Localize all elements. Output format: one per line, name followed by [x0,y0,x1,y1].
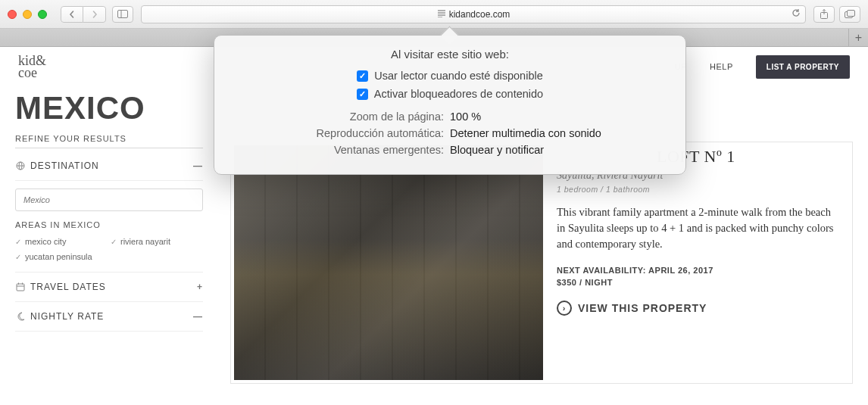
nav-help[interactable]: HELP [710,62,733,71]
autoplay-label: Reproducción automática: [231,127,450,139]
popups-value[interactable]: Bloquear y notificar [450,144,669,156]
new-tab-button[interactable]: + [848,29,868,47]
list-property-button[interactable]: LIST A PROPERTY [756,55,850,79]
filter-travel-dates-label: TRAVEL DATES [30,282,106,292]
svg-rect-13 [17,284,24,291]
area-item-mexico-city[interactable]: mexico city [15,237,108,246]
sidebar-toggle-button[interactable] [112,6,133,23]
area-item-riviera-nayarit[interactable]: riviera nayarit [111,237,203,246]
reader-icon [437,10,446,19]
destination-input[interactable]: Mexico [15,188,203,211]
collapse-icon: — [193,311,203,322]
browser-toolbar: kidandcoe.com [0,0,868,29]
moon-icon [15,311,26,322]
share-button[interactable] [813,6,835,23]
url-text: kidandcoe.com [449,9,510,20]
minimize-window-button[interactable] [23,10,32,19]
filter-nightly-rate-label: NIGHTLY RATE [30,311,104,322]
zoom-value[interactable]: 100 % [450,111,669,123]
property-description: This vibrant family apartment a 2-minute… [557,204,837,252]
property-photo[interactable] [234,145,543,380]
property-availability: NEXT AVAILABILITY: APRIL 26, 2017 [557,266,837,275]
property-info: THE SAYULITA LOFT Nº 1 LOFT Nº 1 Sayulit… [543,145,849,380]
collapse-icon: — [193,160,203,171]
nav-back-forward [61,6,106,23]
page-title: MEXICO [15,90,203,126]
filter-nightly-rate-header[interactable]: NIGHTLY RATE — [15,302,203,332]
filter-destination-header[interactable]: DESTINATION — [15,151,203,181]
blockers-checkbox-label: Activar bloqueadores de contenido [374,88,543,100]
reader-checkbox[interactable]: ✓ [357,70,368,82]
popups-row: Ventanas emergentes: Bloquear y notifica… [231,144,669,156]
site-settings-popover: Al visitar este sitio web: ✓ Usar lector… [214,35,686,175]
blockers-checkbox-row[interactable]: ✓ Activar bloqueadores de contenido [231,88,669,100]
filter-destination-label: DESTINATION [30,160,99,171]
area-item-yucatan[interactable]: yucatan peninsula [15,252,108,261]
site-logo[interactable]: kid& coe [18,55,46,79]
expand-icon: + [197,282,203,292]
filters-sidebar: MEXICO REFINE YOUR RESULTS DESTINATION —… [15,90,203,405]
popups-label: Ventanas emergentes: [231,144,450,156]
reader-checkbox-row[interactable]: ✓ Usar lector cuando esté disponible [231,70,669,82]
globe-icon [15,160,26,171]
property-card: THE SAYULITA LOFT Nº 1 LOFT Nº 1 Sayulit… [230,142,853,384]
reader-checkbox-label: Usar lector cuando esté disponible [374,70,542,82]
property-rooms: 1 bedroom / 1 bathroom [557,185,837,194]
zoom-label: Zoom de la página: [231,111,450,123]
filter-travel-dates-header[interactable]: TRAVEL DATES + [15,272,203,302]
blockers-checkbox[interactable]: ✓ [357,89,368,100]
calendar-icon [15,282,26,292]
refine-label: REFINE YOUR RESULTS [15,134,203,148]
autoplay-value[interactable]: Detener multimedia con sonido [450,127,669,139]
popover-title: Al visitar este sitio web: [231,48,669,61]
autoplay-row: Reproducción automática: Detener multime… [231,127,669,139]
tabs-overview-button[interactable] [839,6,860,23]
svg-rect-9 [848,10,855,16]
forward-button[interactable] [83,6,106,23]
reload-icon[interactable] [792,8,801,20]
arrow-right-icon: › [557,301,572,316]
zoom-row: Zoom de la página: 100 % [231,111,669,123]
view-property-link[interactable]: › VIEW THIS PROPERTY [557,301,837,316]
zoom-window-button[interactable] [38,10,47,19]
back-button[interactable] [61,6,83,23]
window-controls [8,10,47,19]
close-window-button[interactable] [8,10,17,19]
svg-rect-0 [118,11,128,18]
property-price: $350 / NIGHT [557,278,837,287]
address-bar[interactable]: kidandcoe.com [141,5,806,23]
areas-label: AREAS IN MEXICO [15,220,203,229]
